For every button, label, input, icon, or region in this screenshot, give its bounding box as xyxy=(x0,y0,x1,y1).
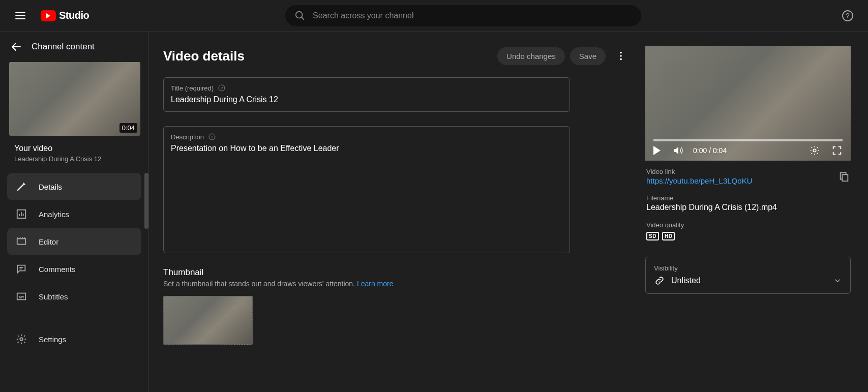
gear-icon[interactable] xyxy=(809,145,820,156)
sidebar-thumbnail[interactable]: 0:04 xyxy=(0,62,148,136)
sidebar-item-comments[interactable]: Comments xyxy=(7,255,141,283)
sidebar-item-settings[interactable]: Settings xyxy=(7,325,141,353)
your-video-label: Your video xyxy=(0,136,148,155)
visibility-dropdown[interactable]: Visibility Unlisted xyxy=(645,257,851,294)
svg-rect-4 xyxy=(17,239,26,245)
more-icon[interactable] xyxy=(611,46,631,66)
sd-badge: SD xyxy=(646,232,659,240)
back-icon[interactable] xyxy=(10,41,22,53)
gear-icon xyxy=(15,333,27,345)
sidebar-title: Channel content xyxy=(32,42,95,52)
search-input[interactable] xyxy=(313,11,632,20)
quality-label: Video quality xyxy=(646,221,850,229)
search-container xyxy=(89,5,837,26)
sidebar-nav: Details Analytics Editor Comments Subtit… xyxy=(0,173,148,353)
scrollbar-thumb[interactable] xyxy=(144,173,148,229)
pencil-icon xyxy=(15,180,27,193)
sidebar-item-analytics[interactable]: Analytics xyxy=(7,200,141,228)
volume-icon[interactable] xyxy=(672,144,684,157)
content-area: Video details Undo changes Save Title (r… xyxy=(149,32,868,392)
subtitles-icon xyxy=(15,290,27,303)
thumbnail-heading: Thumbnail xyxy=(163,267,631,278)
learn-more-link[interactable]: Learn more xyxy=(357,280,394,288)
video-link[interactable]: https://youtu.be/peH_L3LQoKU xyxy=(646,176,752,185)
sidebar: Channel content 0:04 Your video Leadersh… xyxy=(0,32,149,392)
nav-label: Details xyxy=(39,183,62,191)
visibility-label: Visibility xyxy=(654,264,842,272)
play-icon[interactable] xyxy=(653,146,661,155)
fullscreen-icon[interactable] xyxy=(831,145,843,156)
logo-text: Studio xyxy=(59,10,89,21)
sidebar-video-title: Leadership During A Crisis 12 xyxy=(0,155,148,163)
svg-text:?: ? xyxy=(221,86,223,91)
sidebar-item-subtitles[interactable]: Subtitles xyxy=(7,283,141,310)
title-input[interactable] xyxy=(171,95,562,104)
title-label: Title (required) xyxy=(171,84,214,92)
save-button[interactable]: Save xyxy=(570,47,606,65)
page-title: Video details xyxy=(163,48,245,64)
description-label: Description xyxy=(171,133,204,141)
app-header: Studio ? xyxy=(0,0,868,32)
youtube-play-icon xyxy=(41,10,56,21)
visibility-value: Unlisted xyxy=(671,276,701,285)
video-preview[interactable]: 0:00 / 0:04 xyxy=(645,46,851,161)
help-icon[interactable]: ? xyxy=(208,133,216,141)
nav-label: Subtitles xyxy=(39,292,68,301)
nav-label: Editor xyxy=(39,237,58,246)
chevron-down-icon xyxy=(833,276,842,285)
hd-badge: HD xyxy=(662,232,675,240)
sidebar-item-editor[interactable]: Editor xyxy=(7,228,141,255)
svg-point-8 xyxy=(620,55,622,57)
description-input[interactable]: Presentation on How to be an Effective L… xyxy=(171,144,562,153)
search-box[interactable] xyxy=(285,5,641,26)
editor-icon xyxy=(15,235,27,248)
filename-label: Filename xyxy=(646,194,850,202)
menu-icon[interactable] xyxy=(10,6,31,26)
svg-point-9 xyxy=(620,58,622,61)
title-field[interactable]: Title (required) ? xyxy=(163,77,570,112)
nav-label: Comments xyxy=(39,265,76,274)
copy-icon[interactable] xyxy=(839,171,850,182)
thumbnail-help: Set a thumbnail that stands out and draw… xyxy=(163,280,631,288)
svg-text:?: ? xyxy=(846,12,850,20)
filename-value: Leadership During A Crisis (12).mp4 xyxy=(646,203,850,212)
nav-label: Analytics xyxy=(39,210,69,219)
thumbnail-option[interactable] xyxy=(163,296,253,345)
svg-point-6 xyxy=(20,338,23,341)
undo-button[interactable]: Undo changes xyxy=(497,47,565,65)
svg-rect-15 xyxy=(842,174,848,181)
comments-icon xyxy=(15,263,27,275)
sidebar-item-details[interactable]: Details xyxy=(7,173,141,200)
analytics-icon xyxy=(15,208,27,220)
link-icon xyxy=(654,275,665,286)
svg-point-14 xyxy=(813,149,816,152)
svg-point-7 xyxy=(620,52,622,54)
sidebar-header: Channel content xyxy=(0,32,148,62)
svg-text:?: ? xyxy=(211,135,214,139)
help-icon[interactable]: ? xyxy=(837,6,858,26)
video-link-label: Video link xyxy=(646,168,752,175)
description-field[interactable]: Description ? Presentation on How to be … xyxy=(163,126,570,253)
right-panel: 0:00 / 0:04 Video link https://youtu.be/… xyxy=(645,46,851,392)
time-display: 0:00 / 0:04 xyxy=(693,146,727,155)
help-icon[interactable]: ? xyxy=(218,84,226,92)
logo[interactable]: Studio xyxy=(41,10,89,21)
duration-badge: 0:04 xyxy=(119,123,137,133)
nav-label: Settings xyxy=(39,335,66,344)
search-icon xyxy=(294,10,306,21)
